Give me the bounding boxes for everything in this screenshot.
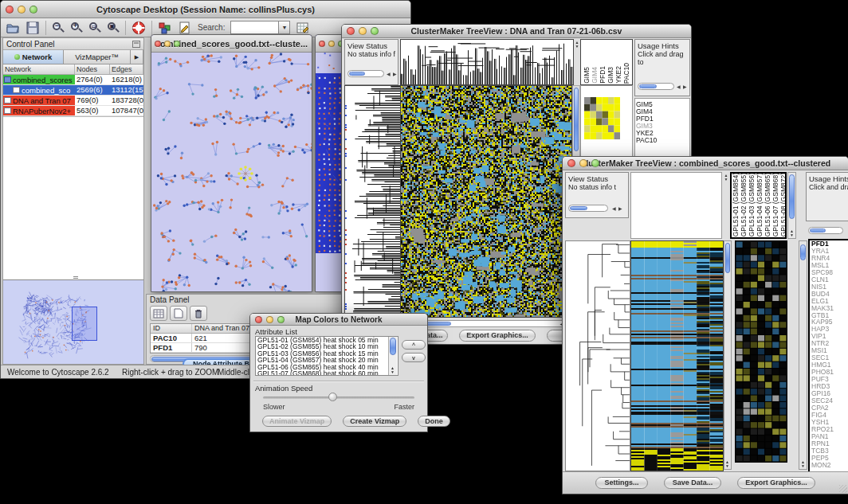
column-label[interactable]: GPL51-01 (GSM854) <box>732 173 740 236</box>
column-label[interactable]: GIM3 <box>607 67 614 84</box>
close-icon[interactable] <box>567 159 575 167</box>
close-icon[interactable] <box>319 41 325 47</box>
settings-button[interactable]: Settings... <box>595 477 648 489</box>
gene-list-scrollbar[interactable]: ▲▼ <box>799 240 807 470</box>
col-network[interactable]: Network <box>3 64 75 74</box>
scroll-right-icon[interactable]: ▶ <box>618 206 622 211</box>
scroll-right-icon[interactable]: ▶ <box>393 72 397 76</box>
column-label[interactable]: YKE2 <box>614 66 622 84</box>
scroll-left-icon[interactable]: ◀ <box>612 206 616 211</box>
scroll-thumb[interactable] <box>810 229 826 232</box>
treeview1-gene-dendrogram[interactable] <box>344 85 402 318</box>
mini-scroll-arrows[interactable]: ▲▼ <box>574 41 580 49</box>
column-label[interactable]: PFD1 <box>599 66 607 84</box>
mini-scroll-arrows[interactable]: ▲▼ <box>723 174 729 182</box>
attribute-list-scrollbar[interactable]: ▲▼ <box>388 337 397 375</box>
export-graphics-button[interactable]: Export Graphics... <box>737 477 815 489</box>
treeview1-array-dendrogram[interactable] <box>400 39 574 85</box>
tab-network[interactable]: Network <box>3 50 64 64</box>
resize-grip[interactable] <box>839 485 847 493</box>
mini-scroll-arrows[interactable]: ▲▼ <box>801 460 805 468</box>
network-row[interactable]: combined_scores 2764(0) 16218(0) <box>3 75 143 85</box>
usage-hints-scrollbar[interactable] <box>808 227 843 234</box>
create-vizmap-button[interactable]: Create Vizmap <box>343 416 406 427</box>
vizmapper-icon[interactable] <box>158 21 172 35</box>
minimize-icon[interactable] <box>164 41 171 47</box>
move-up-button[interactable]: ^ <box>402 340 426 350</box>
animate-vizmap-button[interactable]: Animate Vizmap <box>262 416 332 427</box>
scroll-left-icon[interactable]: ◀ <box>677 84 681 89</box>
close-icon[interactable] <box>6 6 14 14</box>
close-icon[interactable] <box>155 41 161 47</box>
minimize-icon[interactable] <box>266 316 273 323</box>
column-label[interactable]: GIM4 <box>591 67 599 84</box>
treeview2-title-bar[interactable]: ClusterMaker TreeView : combined_scores_… <box>563 157 848 170</box>
save-icon[interactable] <box>26 21 40 35</box>
scroll-thumb[interactable] <box>574 88 579 151</box>
scroll-thumb[interactable] <box>639 84 657 88</box>
zoom-window-icon[interactable] <box>591 159 599 167</box>
col-nodes[interactable]: Nodes <box>75 64 110 74</box>
scroll-thumb[interactable] <box>570 206 587 210</box>
open-file-icon[interactable] <box>6 21 20 35</box>
treeview2-vscrollbar[interactable]: ▲▼ <box>724 240 732 470</box>
column-label[interactable]: PAC10 <box>622 63 630 84</box>
gene-list-item[interactable]: MON2 <box>811 462 848 469</box>
network-row[interactable]: DNA and Tran 07 769(0) 183728(0) <box>3 96 143 106</box>
zoom-fit-icon[interactable]: ▭ <box>88 21 101 34</box>
mini-scroll-arrows[interactable]: ▲▼ <box>391 366 395 374</box>
zoom-window-icon[interactable] <box>371 27 379 35</box>
network-row[interactable]: RNAPuberNov2+ 563(0) 107847(0) <box>3 106 143 116</box>
column-label[interactable]: GPL51-03 (GSM856) <box>748 173 756 236</box>
scroll-thumb[interactable] <box>789 174 795 219</box>
zoom-out-icon[interactable]: − <box>52 21 65 34</box>
panel-resize-grip[interactable] <box>73 276 78 279</box>
minimize-icon[interactable] <box>359 27 367 35</box>
row-label[interactable]: PAC10 <box>636 137 687 144</box>
export-graphics-button[interactable]: Export Graphics... <box>459 330 536 342</box>
column-labels-scrollbar[interactable]: ▲▼ <box>787 172 796 239</box>
table-edit-icon[interactable] <box>296 21 310 35</box>
treeview2-heatmap[interactable] <box>630 240 724 471</box>
main-title-bar[interactable]: Cytoscape Desktop (Session Name: collins… <box>1 1 410 18</box>
column-label[interactable]: GIM5 <box>583 67 591 84</box>
scroll-thumb[interactable] <box>349 72 365 76</box>
column-label[interactable]: GPL51-04 (GSM857) <box>756 173 764 236</box>
correlation-matrix[interactable] <box>584 97 620 139</box>
scroll-thumb[interactable] <box>800 244 806 260</box>
col-id[interactable]: ID <box>151 324 192 333</box>
new-attribute-icon[interactable] <box>170 306 187 321</box>
search-dropdown-icon[interactable]: ▼ <box>278 21 290 34</box>
animation-speed-slider[interactable] <box>263 397 414 399</box>
minimize-icon[interactable] <box>579 159 587 167</box>
minimize-icon[interactable] <box>328 41 335 47</box>
save-data-button[interactable]: Save Data... <box>664 477 721 489</box>
treeview2-array-dendrogram-area[interactable] <box>630 172 722 239</box>
search-input[interactable] <box>230 21 278 34</box>
network-canvas[interactable] <box>151 53 312 292</box>
zoom-selected-icon[interactable]: ▣ <box>107 21 120 34</box>
dialog-title-bar[interactable]: Map Colors to Network <box>250 314 427 326</box>
birdseye-viewport-rect[interactable] <box>72 307 97 341</box>
treeview2-gene-dendrogram[interactable] <box>565 240 630 471</box>
close-icon[interactable] <box>255 316 262 323</box>
scroll-thumb[interactable] <box>725 243 730 273</box>
move-down-button[interactable]: v <box>402 353 426 362</box>
annotation-icon[interactable] <box>178 21 192 35</box>
treeview1-heatmap[interactable] <box>400 85 572 318</box>
scroll-right-icon[interactable]: ▶ <box>683 84 687 89</box>
col-edges[interactable]: Edges <box>110 64 143 74</box>
done-button[interactable]: Done <box>418 416 450 427</box>
birdseye-overview[interactable] <box>3 279 143 364</box>
float-panel-icon[interactable] <box>132 41 140 48</box>
column-label[interactable]: GPL51-02 (GSM855) <box>740 173 748 236</box>
minimize-icon[interactable] <box>18 6 26 14</box>
select-attributes-icon[interactable] <box>150 306 167 321</box>
slider-thumb[interactable] <box>328 393 337 401</box>
scroll-left-icon[interactable]: ◀ <box>387 72 391 76</box>
zoom-window-icon[interactable] <box>174 41 180 47</box>
view-status-scrollbar[interactable] <box>568 205 608 212</box>
network-view-title-bar[interactable]: combined_scores_good.txt--cluste... <box>151 35 312 53</box>
view-status-scrollbar[interactable] <box>347 70 384 77</box>
network-tree-empty-area[interactable] <box>3 116 143 279</box>
